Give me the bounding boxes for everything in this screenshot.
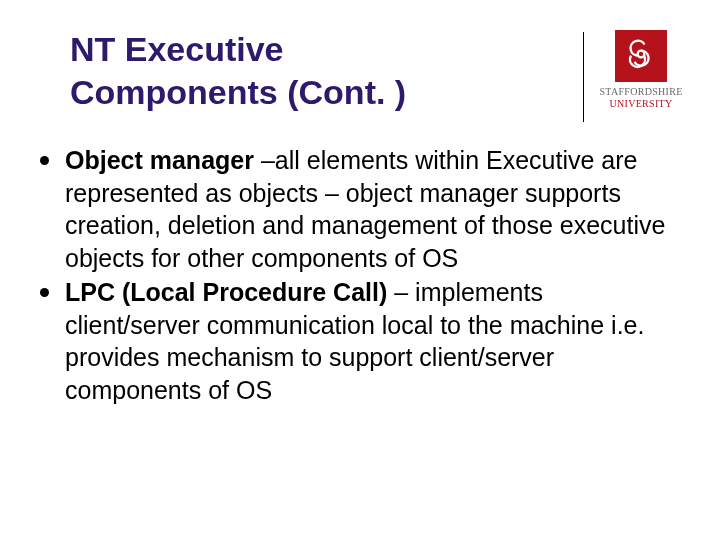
logo-text: STAFFORDSHIRE UNIVERSITY [599,86,682,110]
slide-content: Object manager –all elements within Exec… [70,144,684,406]
logo-brand: STAFFORDSHIRE [599,86,682,98]
slide-header: NT Executive Components (Cont. ) [70,28,684,122]
logo-sub: UNIVERSITY [599,98,682,110]
logo-badge [615,30,667,82]
header-divider [583,32,584,122]
bullet-bold: Object manager [65,146,261,174]
title-line-1: NT Executive [70,28,567,71]
slide: NT Executive Components (Cont. ) [0,0,720,540]
biohazard-icon [624,37,658,75]
bullet-text: Object manager –all elements within Exec… [65,144,684,274]
list-item: Object manager –all elements within Exec… [70,144,684,274]
bullet-icon [40,156,49,165]
university-logo: STAFFORDSHIRE UNIVERSITY [598,28,684,110]
bullet-text: LPC (Local Procedure Call) – implements … [65,276,684,406]
bullet-icon [40,288,49,297]
title-line-2: Components (Cont. ) [70,71,567,114]
bullet-bold: LPC (Local Procedure Call) [65,278,394,306]
list-item: LPC (Local Procedure Call) – implements … [70,276,684,406]
slide-title: NT Executive Components (Cont. ) [70,28,575,113]
